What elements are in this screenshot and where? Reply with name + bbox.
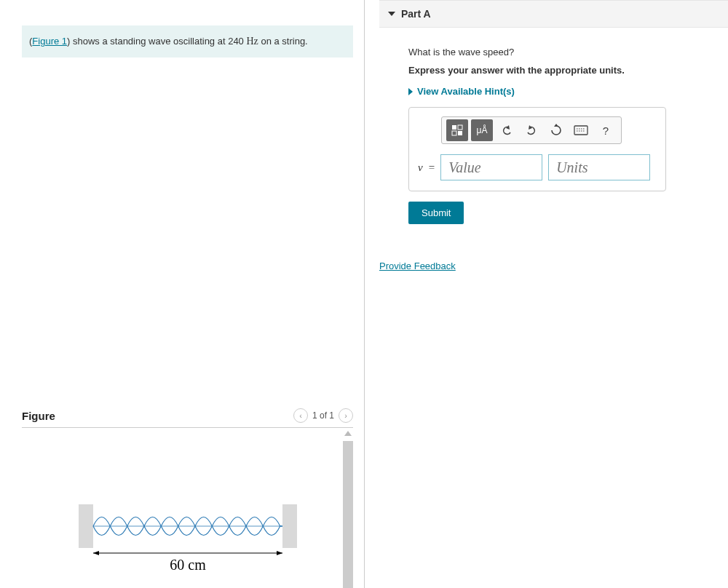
equation-toolbar: μÅ ? [441, 116, 622, 144]
frequency-unit: Hz [246, 36, 258, 47]
figure-section: Figure ‹ 1 of 1 › [22, 408, 353, 588]
keyboard-button[interactable] [570, 119, 592, 141]
scroll-up-icon[interactable] [344, 431, 352, 436]
svg-rect-0 [79, 504, 93, 548]
part-body: What is the wave speed? Express your ans… [379, 28, 728, 224]
svg-marker-12 [554, 124, 558, 127]
templates-button[interactable] [446, 119, 468, 141]
redo-button[interactable] [521, 119, 542, 141]
svg-rect-7 [458, 125, 462, 130]
provide-feedback-link[interactable]: Provide Feedback [379, 261, 456, 271]
pager-text: 1 of 1 [312, 410, 334, 421]
help-button[interactable]: ? [595, 119, 617, 141]
svg-rect-13 [574, 126, 587, 135]
figure-scrollbar[interactable] [343, 441, 353, 588]
part-header[interactable]: Part A [379, 0, 728, 28]
value-input[interactable] [440, 154, 542, 180]
figure-pager: ‹ 1 of 1 › [293, 408, 353, 423]
undo-button[interactable] [496, 119, 518, 141]
problem-statement: (Figure 1) shows a standing wave oscilla… [22, 25, 353, 57]
right-pane: Part A What is the wave speed? Express y… [365, 0, 728, 588]
variable-label: v [418, 162, 423, 174]
expand-triangle-icon [408, 88, 413, 95]
svg-rect-9 [458, 131, 462, 135]
svg-rect-6 [452, 125, 456, 130]
svg-marker-4 [93, 551, 99, 555]
figure-title: Figure [22, 410, 55, 422]
answer-box: μÅ ? v = [408, 107, 666, 191]
pager-prev-button[interactable]: ‹ [293, 408, 308, 423]
question-text: What is the wave speed? [408, 47, 728, 57]
collapse-caret-icon [388, 12, 395, 16]
units-button[interactable]: μÅ [471, 119, 493, 141]
svg-rect-1 [282, 504, 297, 548]
part-title: Part A [401, 8, 431, 20]
dimension-label: 60 cm [170, 557, 206, 573]
submit-button[interactable]: Submit [408, 202, 464, 224]
figure-header: Figure ‹ 1 of 1 › [22, 408, 353, 428]
equals-sign: = [429, 162, 435, 174]
units-input[interactable] [548, 154, 650, 180]
figure-image: 60 cm [22, 434, 353, 588]
figure-body: 60 cm [22, 428, 353, 588]
reset-button[interactable] [545, 119, 567, 141]
left-pane: (Figure 1) shows a standing wave oscilla… [0, 0, 364, 588]
answer-input-row: v = [418, 154, 657, 180]
pager-next-button[interactable]: › [339, 408, 353, 423]
svg-rect-8 [452, 131, 456, 135]
instruction-text: Express your answer with the appropriate… [408, 65, 728, 76]
figure-link[interactable]: Figure 1 [32, 36, 67, 47]
view-hints-button[interactable]: View Available Hint(s) [408, 86, 728, 97]
svg-marker-5 [277, 551, 282, 555]
